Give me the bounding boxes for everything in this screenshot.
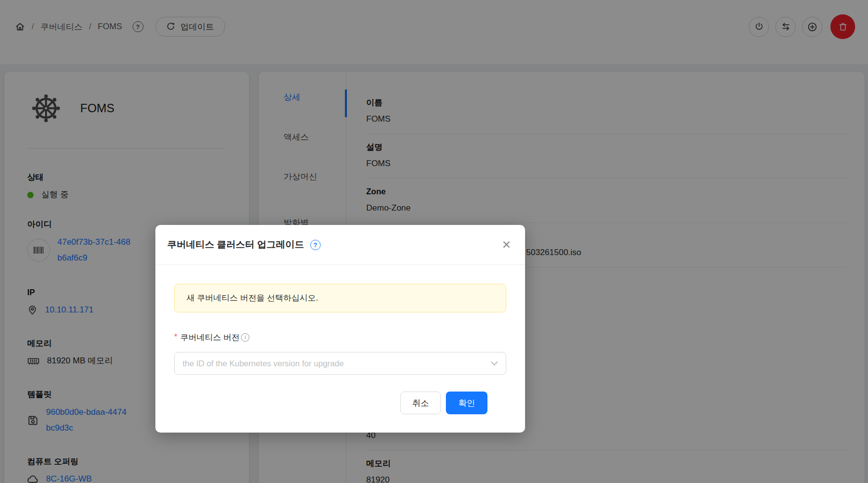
confirm-button[interactable]: 확인 — [446, 392, 487, 414]
question-circle-icon[interactable]: ? — [310, 240, 321, 250]
version-field-label: * 쿠버네티스 버전 i — [174, 331, 506, 343]
select-placeholder: the ID of the Kubernetes version for upg… — [183, 359, 344, 368]
chevron-down-icon — [491, 361, 498, 366]
modal-header: 쿠버네티스 클러스터 업그레이드 ? ✕ — [155, 225, 525, 265]
close-icon[interactable]: ✕ — [502, 239, 511, 251]
modal-title: 쿠버네티스 클러스터 업그레이드 — [167, 238, 304, 251]
required-mark: * — [174, 331, 177, 343]
cancel-button[interactable]: 취소 — [400, 392, 441, 414]
modal-footer: 취소 확인 — [174, 375, 506, 414]
warning-alert: 새 쿠버네티스 버전을 선택하십시오. — [174, 284, 506, 312]
kubernetes-version-select[interactable]: the ID of the Kubernetes version for upg… — [174, 352, 506, 375]
modal-body: 새 쿠버네티스 버전을 선택하십시오. * 쿠버네티스 버전 i the ID … — [155, 265, 525, 414]
info-icon[interactable]: i — [241, 333, 249, 342]
upgrade-modal: 쿠버네티스 클러스터 업그레이드 ? ✕ 새 쿠버네티스 버전을 선택하십시오.… — [155, 225, 525, 433]
page: / 쿠버네티스 / FOMS ? 업데이트 — [0, 0, 868, 483]
